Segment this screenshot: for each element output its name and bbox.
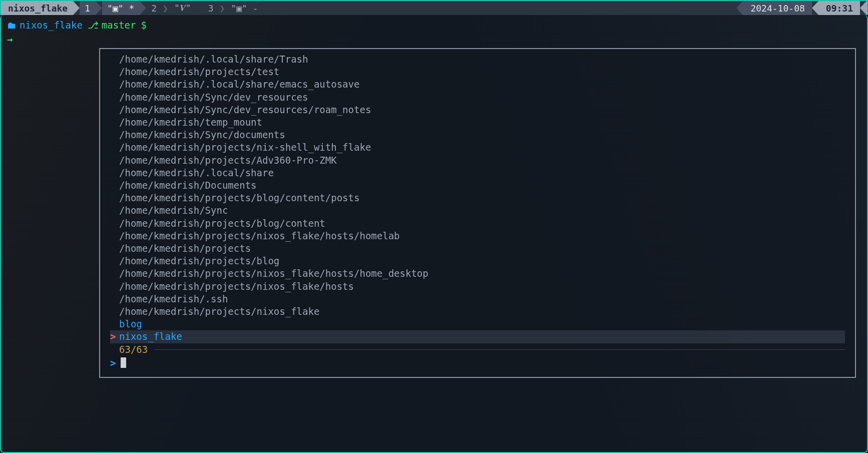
tmux-status-bar: nixos_flake 1 "▣" * 2 ❯ "𝑽" 3 ❯ "▣" - xyxy=(0,0,868,15)
separator-thin-icon: ❯ xyxy=(162,1,169,15)
fzf-item[interactable]: /home/kmedrish/projects/nixos_flake xyxy=(110,305,845,318)
shell-continuation: → xyxy=(7,32,861,46)
tmux-window-2-name[interactable]: "𝑽" xyxy=(169,1,196,15)
separator-icon xyxy=(196,1,203,16)
status-left: nixos_flake 1 "▣" * 2 ❯ "𝑽" 3 ❯ "▣" - xyxy=(1,1,270,15)
status-right: 2024-10-08 09:31 xyxy=(736,1,867,15)
git-branch-icon: ⎇ xyxy=(88,18,99,32)
session-name[interactable]: nixos_flake xyxy=(1,1,73,15)
fzf-item-named[interactable]: blog xyxy=(110,318,845,330)
shell-prompt: 🖿 nixos_flake ⎇ master $ xyxy=(7,18,861,32)
tmux-window-1-name[interactable]: "▣" * xyxy=(102,1,139,15)
fzf-item[interactable]: /home/kmedrish/Sync xyxy=(110,204,845,217)
folder-icon: 🖿 xyxy=(7,18,17,32)
fzf-query-input[interactable]: > xyxy=(110,356,845,370)
fzf-item[interactable]: /home/kmedrish/Sync/documents xyxy=(110,129,845,141)
window-name: "▣" * xyxy=(107,3,134,14)
fzf-count-row: 63/63 xyxy=(110,343,845,356)
text-cursor xyxy=(121,357,126,368)
fzf-item[interactable]: /home/kmedrish/projects/nixos_flake/host… xyxy=(110,267,845,280)
fzf-item[interactable]: /home/kmedrish/projects/nixos_flake/host… xyxy=(110,230,845,242)
fzf-item[interactable]: /home/kmedrish/projects/nixos_flake/host… xyxy=(110,280,845,293)
tmux-window-2[interactable]: 2 xyxy=(146,1,162,15)
fzf-picker[interactable]: /home/kmedrish/.local/share/Trash/home/k… xyxy=(99,48,856,378)
separator-icon xyxy=(73,1,80,16)
separator-icon xyxy=(139,1,146,16)
separator-icon xyxy=(263,1,270,16)
terminal-pane[interactable]: 🖿 nixos_flake ⎇ master $ → /home/kmedris… xyxy=(0,15,868,453)
prompt-symbol: $ xyxy=(141,18,146,32)
window-name: "▣" - xyxy=(231,3,258,14)
fzf-item[interactable]: /home/kmedrish/projects/Adv360-Pro-ZMK xyxy=(110,154,845,167)
separator-icon xyxy=(812,1,819,16)
fzf-item[interactable]: /home/kmedrish/.local/share/Trash xyxy=(110,53,845,66)
horizontal-rule xyxy=(155,349,845,350)
separator-thin-icon: ❯ xyxy=(218,1,226,15)
fzf-item[interactable]: /home/kmedrish/projects/blog xyxy=(110,255,845,267)
fzf-count: 63/63 xyxy=(119,343,148,356)
status-time: 09:31 xyxy=(819,1,860,15)
fzf-item-selected[interactable]: nixos_flake xyxy=(110,330,845,343)
tmux-window-1[interactable]: 1 xyxy=(80,1,95,15)
window-index: 2 xyxy=(151,3,157,14)
fzf-item[interactable]: /home/kmedrish/Sync/dev_resources/roam_n… xyxy=(110,104,845,116)
prompt-branch: master xyxy=(102,18,136,32)
fzf-item[interactable]: /home/kmedrish/.local/share xyxy=(110,167,845,179)
arrow-right-icon: → xyxy=(7,32,13,46)
fzf-item[interactable]: /home/kmedrish/.local/share/emacs_autosa… xyxy=(110,78,845,91)
fzf-item[interactable]: /home/kmedrish/projects/blog/content/pos… xyxy=(110,192,845,204)
separator-icon xyxy=(95,1,102,16)
tmux-window-3[interactable]: 3 xyxy=(203,1,219,15)
fzf-item[interactable]: /home/kmedrish/.ssh xyxy=(110,293,845,305)
fzf-item[interactable]: /home/kmedrish/Sync/dev_resources xyxy=(110,91,845,104)
tmux-window-3-name[interactable]: "▣" - xyxy=(226,1,263,15)
window-index: 1 xyxy=(85,3,90,14)
fzf-item[interactable]: /home/kmedrish/projects/test xyxy=(110,66,845,78)
fzf-item[interactable]: /home/kmedrish/projects/nix-shell_with_f… xyxy=(110,141,845,154)
separator-icon xyxy=(860,1,867,16)
fzf-item[interactable]: /home/kmedrish/temp_mount xyxy=(110,116,845,129)
fzf-item[interactable]: /home/kmedrish/projects/blog/content xyxy=(110,217,845,230)
prompt-cwd: nixos_flake xyxy=(20,18,83,32)
chevron-right-icon: > xyxy=(110,356,116,370)
window-name: "𝑽" xyxy=(174,3,191,14)
fzf-item[interactable]: /home/kmedrish/projects xyxy=(110,242,845,255)
status-date: 2024-10-08 xyxy=(743,1,811,15)
fzf-item[interactable]: /home/kmedrish/Documents xyxy=(110,179,845,192)
fzf-result-list[interactable]: /home/kmedrish/.local/share/Trash/home/k… xyxy=(110,53,845,343)
window-index: 3 xyxy=(208,3,214,14)
separator-icon xyxy=(736,1,743,16)
